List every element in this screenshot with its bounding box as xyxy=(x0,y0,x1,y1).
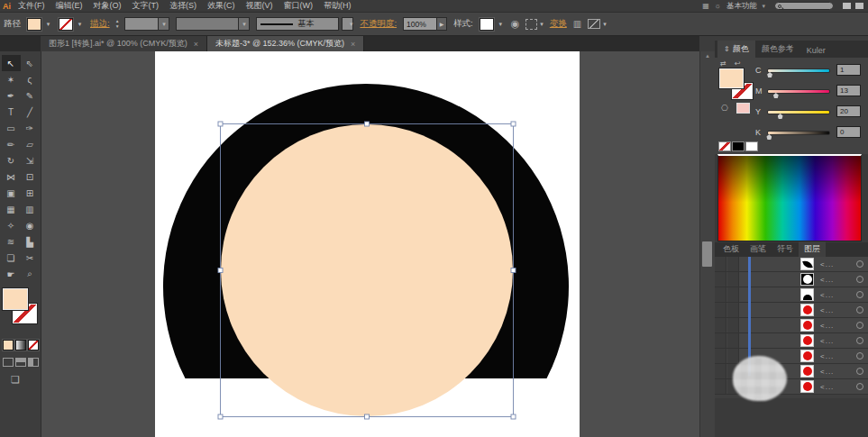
yellow-slider[interactable] xyxy=(767,110,830,114)
toolbar-fill-swatch[interactable] xyxy=(3,288,28,310)
chevron-down-icon[interactable]: ▾ xyxy=(497,21,505,28)
menu-effect[interactable]: 效果(C) xyxy=(207,0,235,12)
width-tool[interactable]: ⋈ xyxy=(2,168,21,185)
menu-file[interactable]: 文件(F) xyxy=(18,0,45,12)
layer-name[interactable]: <... xyxy=(820,306,834,314)
gradient-button[interactable] xyxy=(15,340,26,351)
opacity-link[interactable]: 不透明度: xyxy=(360,18,397,30)
paintbrush-tool[interactable]: ✑ xyxy=(21,120,40,136)
mesh-tool[interactable]: ▦ xyxy=(2,201,21,217)
layer-target-icon[interactable] xyxy=(856,368,863,375)
layer-name[interactable]: <... xyxy=(820,291,834,299)
stroke-color-swatch[interactable] xyxy=(59,18,73,31)
layer-row[interactable]: <... xyxy=(715,272,868,287)
perspective-grid-tool[interactable]: ⊞ xyxy=(21,185,40,201)
visibility-cell[interactable] xyxy=(715,349,726,363)
menu-edit[interactable]: 编辑(E) xyxy=(56,0,83,12)
selection-handle[interactable] xyxy=(365,414,370,419)
slider-knob[interactable] xyxy=(778,114,783,119)
menu-object[interactable]: 对象(O) xyxy=(94,0,122,12)
tab-brushes[interactable]: 画笔 xyxy=(745,241,772,257)
direct-selection-tool[interactable]: ⇖ xyxy=(21,55,40,71)
layer-row[interactable]: <... xyxy=(715,303,868,318)
slider-knob[interactable] xyxy=(767,72,772,77)
visibility-cell[interactable] xyxy=(715,287,726,302)
isolate-selected-icon[interactable] xyxy=(588,19,600,29)
layer-name[interactable]: <... xyxy=(820,276,834,284)
gradient-tool[interactable]: ▥ xyxy=(21,201,40,217)
layer-name[interactable]: <... xyxy=(820,368,834,376)
cyan-value-field[interactable]: 1 xyxy=(836,64,861,76)
draw-inside-icon[interactable] xyxy=(28,358,39,367)
fill-color-swatch[interactable] xyxy=(27,18,41,31)
layer-name[interactable]: <... xyxy=(820,383,834,391)
magenta-value-field[interactable]: 13 xyxy=(836,85,861,96)
black-slider[interactable] xyxy=(767,131,830,135)
type-tool[interactable]: T xyxy=(2,104,21,120)
chevron-down-icon[interactable]: ▾ xyxy=(603,21,607,28)
scroll-up-icon[interactable]: ▲ xyxy=(700,53,715,59)
layer-target-icon[interactable] xyxy=(856,276,863,283)
column-graph-tool[interactable]: ▙ xyxy=(21,233,40,250)
pencil-tool[interactable]: ✏ xyxy=(2,136,21,152)
slice-tool[interactable]: ✂ xyxy=(21,250,40,266)
layer-row[interactable]: <... xyxy=(715,318,868,333)
spin-down-icon[interactable]: ▾ xyxy=(116,24,119,29)
chevron-down-icon[interactable]: ▾ xyxy=(44,21,52,28)
lock-cell[interactable] xyxy=(727,349,739,363)
blend-tool[interactable]: ◉ xyxy=(21,217,40,233)
selected-peach-circle[interactable] xyxy=(221,124,513,416)
align-icon[interactable]: ▥ xyxy=(573,19,581,29)
tab-color-guide[interactable]: 颜色参考 xyxy=(755,41,800,58)
menu-view[interactable]: 视图(V) xyxy=(246,0,273,12)
color-spectrum-ramp[interactable] xyxy=(717,154,862,241)
layer-target-icon[interactable] xyxy=(856,306,863,314)
layer-row[interactable]: <... xyxy=(715,257,868,272)
rotate-tool[interactable]: ↻ xyxy=(2,152,21,168)
eyedropper-tool[interactable]: ✧ xyxy=(2,217,21,233)
visibility-cell[interactable] xyxy=(715,272,726,287)
shape-builder-tool[interactable]: ▣ xyxy=(2,185,21,201)
visibility-cell[interactable] xyxy=(715,333,726,348)
none-swatch[interactable] xyxy=(718,141,731,151)
slider-knob[interactable] xyxy=(766,134,772,140)
cyan-slider[interactable] xyxy=(767,68,830,73)
selection-handle[interactable] xyxy=(365,122,370,126)
tab-kuler[interactable]: Kuler xyxy=(800,43,832,58)
selection-handle[interactable] xyxy=(511,269,516,273)
layer-name[interactable]: <... xyxy=(820,322,834,330)
lock-cell[interactable] xyxy=(727,257,739,271)
recolor-artwork-icon[interactable]: ◉ xyxy=(511,18,520,30)
visibility-cell[interactable] xyxy=(715,379,726,394)
layer-target-icon[interactable] xyxy=(856,322,863,329)
black-value-field[interactable]: 0 xyxy=(836,126,861,138)
visibility-cell[interactable] xyxy=(715,318,726,332)
hand-tool[interactable]: ☛ xyxy=(2,266,21,282)
lasso-tool[interactable]: ς xyxy=(21,71,40,87)
search-input[interactable] xyxy=(774,2,834,10)
style-swatch[interactable] xyxy=(480,18,494,31)
lock-cell[interactable] xyxy=(727,318,739,332)
document-tab-1[interactable]: 图形1 [转换].ai* @ 100% (CMYK/预览) × xyxy=(41,36,207,51)
tab-color[interactable]: ⇕颜色 xyxy=(717,41,755,58)
close-icon[interactable]: × xyxy=(351,40,355,49)
layer-target-icon[interactable] xyxy=(856,291,863,298)
transform-link[interactable]: 变换 xyxy=(550,18,567,30)
panel-fill-swatch[interactable] xyxy=(719,68,744,88)
select-similar-icon[interactable] xyxy=(525,19,537,30)
line-segment-tool[interactable]: ╱ xyxy=(21,104,40,120)
lock-cell[interactable] xyxy=(727,287,739,302)
window-minimize-button[interactable] xyxy=(843,3,851,9)
layer-target-icon[interactable] xyxy=(856,383,863,390)
menu-window[interactable]: 窗口(W) xyxy=(284,0,314,12)
selection-tool[interactable]: ↖ xyxy=(2,55,21,71)
layer-row[interactable]: <... xyxy=(715,349,868,364)
screen-mode-icon[interactable]: ☼ xyxy=(715,2,721,10)
draw-normal-icon[interactable] xyxy=(3,358,14,367)
stroke-weight-select[interactable]: ▾ xyxy=(124,17,169,31)
symbol-sprayer-tool[interactable]: ≋ xyxy=(2,233,21,250)
none-button[interactable] xyxy=(28,340,39,351)
menu-type[interactable]: 文字(T) xyxy=(132,0,160,12)
magenta-slider[interactable] xyxy=(767,89,830,94)
menu-help[interactable]: 帮助(H) xyxy=(324,0,352,12)
